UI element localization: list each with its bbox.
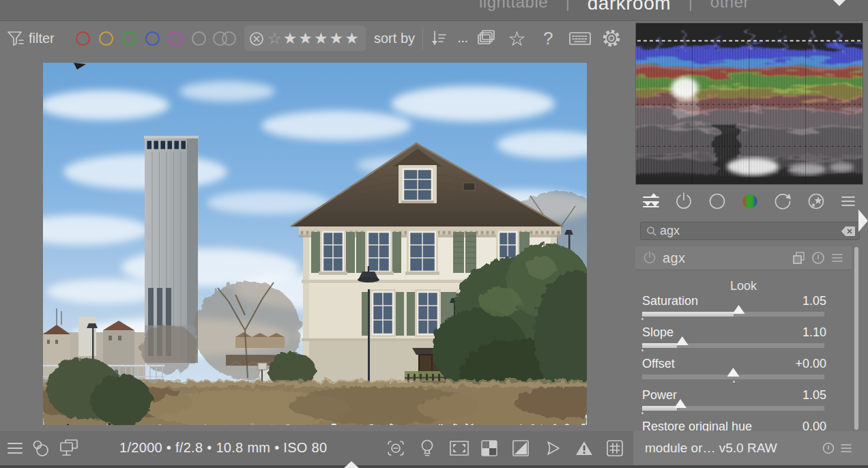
window-bottom-strip	[0, 465, 868, 468]
filter-funnel-icon[interactable]	[5, 20, 26, 56]
tab-other[interactable]: other	[710, 0, 749, 12]
panel-scrollbar[interactable]	[854, 247, 858, 430]
star-icon[interactable]: ★	[330, 31, 344, 46]
module-title: agx	[663, 250, 685, 266]
search-icon	[646, 226, 657, 237]
star-threshold-icon[interactable]: ☆	[267, 31, 282, 46]
toolbar-separator	[422, 27, 423, 50]
section-look: Look	[635, 279, 852, 293]
keyboard-shortcuts-icon[interactable]	[568, 20, 592, 56]
tab-separator: |	[689, 0, 693, 12]
clear-search-icon[interactable]	[841, 226, 855, 236]
fit-to-screen-icon[interactable]	[448, 439, 470, 460]
color-label-green[interactable]	[122, 20, 136, 56]
star-icon[interactable]: ★	[314, 31, 328, 46]
slider-slope[interactable]: Slope 1.10	[642, 325, 826, 355]
focus-peaking-icon[interactable]	[386, 439, 406, 460]
color-label-gray[interactable]	[192, 20, 206, 56]
sort-by-label: sort by	[374, 20, 415, 56]
tab-lighttable[interactable]: lighttable	[479, 0, 548, 12]
slider-power[interactable]: Power 1.05	[642, 388, 826, 418]
color-label-purple[interactable]	[169, 20, 183, 56]
slider-restore-original-hue[interactable]: Restore original hue 0.00	[642, 420, 826, 431]
color-label-red[interactable]	[76, 20, 90, 56]
effects-group-icon[interactable]	[806, 191, 826, 214]
slider-label: Offset	[642, 357, 675, 372]
raw-overexposed-icon[interactable]	[479, 439, 500, 460]
module-order-label[interactable]: module or… v5.0 RAW	[645, 441, 777, 456]
module-body-agx: Look Saturation 1.05 Slope 1.10	[635, 269, 852, 431]
more-options[interactable]: ...	[458, 20, 469, 56]
slider-value[interactable]: 1.05	[802, 294, 826, 309]
reject-icon[interactable]	[248, 31, 265, 47]
star-icon[interactable]: ★	[345, 31, 359, 46]
sort-order-icon[interactable]	[429, 20, 448, 56]
slider-saturation[interactable]: Saturation 1.05	[642, 294, 826, 324]
slider-label: Restore original hue	[642, 420, 752, 431]
overlays-star-icon[interactable]: ☆	[508, 20, 526, 56]
color-label-yellow[interactable]	[99, 20, 113, 56]
presets-menu-icon[interactable]	[839, 192, 858, 214]
rating-filter: ☆ ★ ★ ★ ★ ★	[244, 26, 366, 51]
color-label-blue[interactable]	[145, 20, 160, 56]
tab-separator: |	[566, 0, 570, 12]
filter-label: filter	[29, 20, 55, 56]
reset-module-icon[interactable]	[811, 250, 826, 265]
module-order-reset-icon[interactable]	[822, 441, 835, 455]
module-header-agx[interactable]: agx	[635, 246, 852, 270]
overexposed-icon[interactable]	[510, 439, 531, 460]
module-search[interactable]	[640, 222, 860, 240]
iso12646-lamp-icon[interactable]	[418, 438, 437, 461]
histogram-waveform[interactable]	[635, 23, 863, 185]
slider-value[interactable]: 0.00	[802, 420, 826, 431]
bottom-toolbar: 1/2000 • f/2.8 • 10.8 mm • ISO 80	[0, 431, 868, 465]
multi-instance-icon[interactable]	[792, 250, 807, 265]
slider-label: Saturation	[642, 294, 698, 309]
module-power-icon[interactable]	[642, 250, 657, 265]
softproof-icon[interactable]	[542, 439, 563, 460]
tone-group-icon[interactable]	[707, 191, 727, 214]
gamut-check-icon[interactable]	[574, 439, 594, 460]
search-input[interactable]	[657, 224, 841, 238]
slider-label: Slope	[642, 325, 674, 340]
star-icon[interactable]: ★	[298, 31, 313, 46]
photo-canvas[interactable]	[43, 63, 587, 425]
view-switcher-bar: lighttable | darkroom | other	[0, 0, 868, 21]
star-icon[interactable]: ★	[283, 31, 298, 46]
module-order-section: module or… v5.0 RAW	[633, 431, 868, 465]
module-order-presets-icon[interactable]	[839, 441, 853, 455]
color-label-all-icon[interactable]	[213, 20, 236, 56]
color-assessment-icon[interactable]	[30, 438, 52, 461]
slider-label: Power	[642, 388, 677, 403]
help-icon[interactable]: ?	[543, 20, 553, 56]
color-group-icon[interactable]	[740, 191, 760, 214]
darktable-window: lighttable | darkroom | other filter ☆	[0, 0, 868, 468]
guides-grid-icon[interactable]	[605, 439, 625, 460]
tab-darkroom[interactable]: darkroom	[588, 0, 671, 14]
slider-offset[interactable]: Offset +0.00	[642, 357, 826, 387]
view-tabs: lighttable | darkroom | other	[479, 0, 749, 14]
gear-icon[interactable]	[601, 20, 622, 56]
slider-value[interactable]: 1.10	[802, 325, 826, 340]
second-window-icon[interactable]	[57, 438, 81, 461]
slider-value[interactable]: +0.00	[795, 357, 826, 372]
slider-value[interactable]: 1.05	[802, 388, 826, 403]
chevron-down-icon[interactable]	[833, 0, 845, 6]
right-panel: agx Look Saturation 1.05	[635, 20, 868, 431]
module-presets-icon[interactable]	[830, 250, 845, 265]
exif-info: 1/2000 • f/2.8 • 10.8 mm • ISO 80	[119, 440, 327, 456]
basic-group-power-icon[interactable]	[674, 191, 694, 214]
hamburger-menu-icon[interactable]	[5, 439, 25, 460]
grouping-icon[interactable]	[476, 20, 497, 56]
module-group-tabs	[637, 191, 862, 214]
active-modules-icon[interactable]	[641, 191, 661, 214]
correct-group-icon[interactable]	[772, 191, 793, 214]
